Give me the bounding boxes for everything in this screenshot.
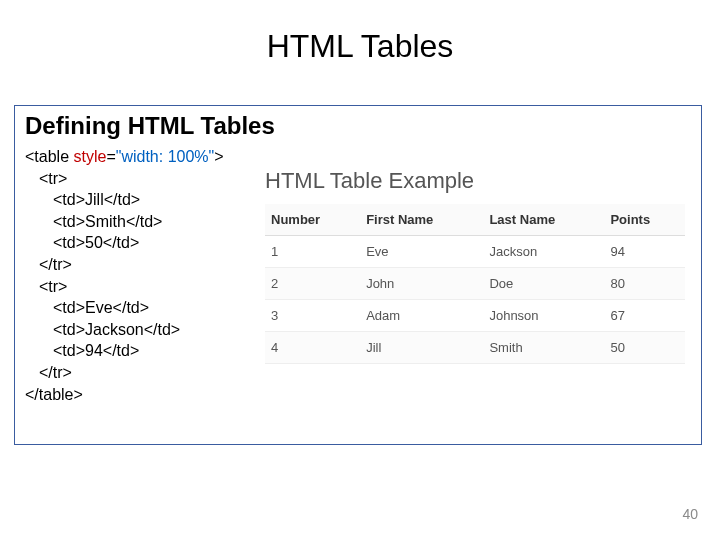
code-line: <tr> [25, 276, 67, 298]
slide: HTML Tables Defining HTML Tables <table … [0, 0, 720, 540]
table-cell: Jill [360, 332, 483, 364]
table-row: 2 John Doe 80 [265, 268, 685, 300]
table-cell: Johnson [483, 300, 604, 332]
code-line: <td>94</td> [25, 340, 139, 362]
code-line: <tr> [25, 168, 67, 190]
code-line: <td>50</td> [25, 232, 139, 254]
table-cell: 2 [265, 268, 360, 300]
code-line: <td>Jill</td> [25, 189, 140, 211]
code-text: = [106, 148, 115, 165]
code-text: <table [25, 148, 73, 165]
example-table: Number First Name Last Name Points 1 Eve… [265, 204, 685, 364]
code-line: </tr> [25, 362, 72, 384]
table-header-row: Number First Name Last Name Points [265, 204, 685, 236]
table-cell: 50 [604, 332, 685, 364]
code-line: <td>Eve</td> [25, 297, 149, 319]
table-cell: Doe [483, 268, 604, 300]
code-attr: style [73, 148, 106, 165]
table-cell: 67 [604, 300, 685, 332]
table-cell: 94 [604, 236, 685, 268]
table-cell: 1 [265, 236, 360, 268]
example-panel: HTML Table Example Number First Name Las… [265, 168, 685, 364]
table-row: 4 Jill Smith 50 [265, 332, 685, 364]
content-box: Defining HTML Tables <table style="width… [14, 105, 702, 445]
table-cell: Jackson [483, 236, 604, 268]
slide-title: HTML Tables [0, 28, 720, 65]
code-line: <td>Smith</td> [25, 211, 162, 233]
code-line: <table style="width: 100%"> [25, 148, 224, 165]
table-header: First Name [360, 204, 483, 236]
table-cell: 4 [265, 332, 360, 364]
section-heading: Defining HTML Tables [25, 112, 691, 140]
table-cell: 3 [265, 300, 360, 332]
table-header: Last Name [483, 204, 604, 236]
table-cell: Smith [483, 332, 604, 364]
table-header: Points [604, 204, 685, 236]
code-line: </table> [25, 386, 83, 403]
page-number: 40 [682, 506, 698, 522]
code-line: <td>Jackson</td> [25, 319, 180, 341]
table-row: 1 Eve Jackson 94 [265, 236, 685, 268]
table-row: 3 Adam Johnson 67 [265, 300, 685, 332]
table-header: Number [265, 204, 360, 236]
table-cell: 80 [604, 268, 685, 300]
code-line: </tr> [25, 254, 72, 276]
code-text: > [214, 148, 223, 165]
table-cell: Adam [360, 300, 483, 332]
code-value: "width: 100%" [116, 148, 215, 165]
table-cell: Eve [360, 236, 483, 268]
table-cell: John [360, 268, 483, 300]
example-title: HTML Table Example [265, 168, 685, 194]
